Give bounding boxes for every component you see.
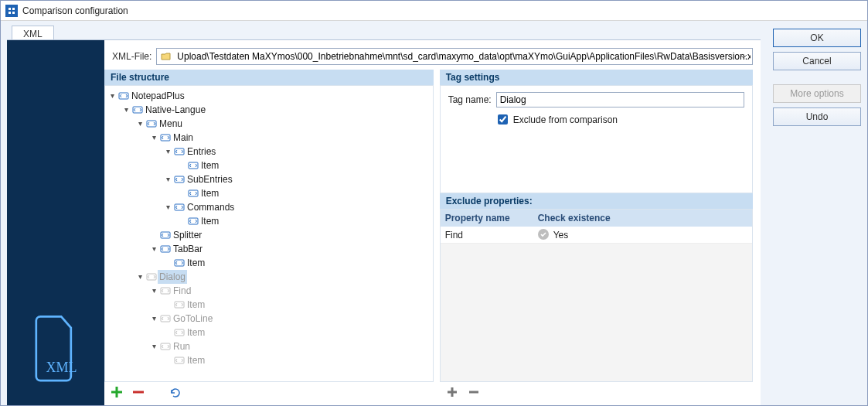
exclude-label: Exclude from comparison (513, 114, 618, 125)
expander-icon[interactable]: ▾ (107, 89, 117, 103)
col-property-name: Property name (441, 210, 533, 227)
tree-node-label: Main (172, 131, 195, 145)
tree-node[interactable]: ▾GoToLine (107, 312, 431, 326)
tree-node-label: Native-Langue (144, 103, 207, 117)
app-icon (5, 5, 18, 17)
remove-property-icon[interactable] (466, 384, 482, 400)
remove-node-icon[interactable] (131, 384, 146, 400)
expander-icon[interactable]: ▾ (148, 131, 159, 145)
svg-rect-2 (9, 12, 11, 14)
tree-node[interactable]: ▾TabBar (107, 242, 431, 256)
tag-icon (159, 341, 172, 352)
tree-node[interactable]: Item (107, 159, 431, 172)
xml-file-path-input[interactable] (175, 50, 752, 63)
tree-node-label: Item (186, 353, 206, 367)
tree-node[interactable]: ▾Commands (107, 200, 431, 214)
expander-icon[interactable]: ▾ (134, 117, 145, 131)
expander-icon[interactable]: ▾ (148, 312, 159, 326)
tree-node[interactable]: Item (107, 256, 431, 270)
content: XML-File: (104, 40, 761, 405)
tag-settings-body: Tag name: Exclude from comparison (440, 85, 753, 193)
tree-node[interactable]: ▾Native-Langue (107, 103, 431, 117)
tree-node-label: Item (199, 159, 220, 172)
add-node-icon[interactable] (109, 384, 124, 400)
window-title: Comparison configuration (22, 5, 128, 16)
exclude-props-title: Exclude properties: (440, 193, 753, 209)
tree-node-label: Item (186, 326, 206, 339)
tree-node[interactable]: Item (107, 298, 431, 312)
two-column: File structure ▾NotepadPlus▾Native-Langu… (104, 70, 761, 405)
tag-icon (187, 188, 199, 199)
tree-node[interactable]: ▾Entries (107, 145, 431, 159)
tree-node[interactable]: ▾Find (107, 284, 431, 298)
ok-button[interactable]: OK (773, 29, 861, 47)
exclude-row-check: Yes (533, 227, 752, 243)
tree-node-label: GoToLine (172, 312, 214, 326)
svg-rect-1 (12, 8, 15, 10)
tree-node[interactable]: Item (107, 326, 431, 339)
tree-node-label: Find (172, 284, 192, 298)
expander-icon[interactable]: ▾ (148, 284, 159, 298)
client-area: XML XML XML-File: (1, 21, 867, 405)
tree-toolbar (104, 382, 434, 402)
sidebar-label: XML (46, 360, 77, 375)
tree-node-label: Item (199, 186, 220, 200)
expander-icon[interactable]: ▾ (121, 103, 131, 117)
tree-node-label: Commands (186, 200, 236, 214)
tree-node-label: Item (199, 214, 220, 228)
tag-icon (159, 132, 172, 143)
tree-node-label: Entries (186, 145, 217, 159)
expander-icon[interactable]: ▾ (162, 145, 173, 159)
dropdown-icon[interactable] (738, 51, 749, 62)
exclude-checkbox-row[interactable]: Exclude from comparison (495, 112, 744, 127)
tree-node[interactable]: ▾Run (107, 339, 431, 353)
tag-icon (145, 118, 158, 129)
xml-file-combo[interactable] (156, 48, 753, 65)
expander-icon[interactable]: ▾ (162, 172, 173, 186)
tag-icon (173, 146, 186, 157)
tree-node[interactable]: ▾Dialog (107, 270, 431, 284)
expander-icon[interactable]: ▾ (134, 270, 145, 284)
tag-icon (117, 90, 130, 101)
window-root: Comparison configuration XML XML XML-Fil… (0, 0, 868, 406)
tree-node[interactable]: ▾Main (107, 131, 431, 145)
tag-icon (187, 216, 199, 227)
tag-icon (187, 160, 199, 171)
tree-node-label: TabBar (172, 242, 204, 256)
tree-node[interactable]: Splitter (107, 228, 431, 242)
tag-icon (145, 271, 158, 282)
button-column: OK Cancel More options Undo (767, 21, 867, 405)
tree-node[interactable]: Item (107, 186, 431, 200)
tree-node-label: Dialog (158, 270, 187, 284)
tag-icon (173, 258, 186, 268)
svg-rect-3 (12, 12, 15, 14)
expander-icon[interactable]: ▾ (148, 339, 159, 353)
file-structure-panel: File structure ▾NotepadPlus▾Native-Langu… (104, 70, 434, 402)
tagname-input[interactable] (496, 92, 744, 107)
exclude-row[interactable]: Find Yes (441, 227, 752, 244)
expander-icon[interactable]: ▾ (148, 242, 159, 256)
tree-node[interactable]: Item (107, 214, 431, 228)
undo-button[interactable]: Undo (773, 107, 861, 126)
tree-node[interactable]: ▾Menu (107, 117, 431, 131)
exclude-props-body: Property name Check existence Find Yes (440, 209, 753, 382)
exclude-checkbox[interactable] (498, 114, 508, 125)
add-property-icon[interactable] (444, 384, 460, 400)
reload-tree-icon[interactable] (168, 384, 183, 400)
tag-icon (159, 244, 172, 254)
tag-icon (173, 174, 186, 185)
file-structure-title: File structure (104, 70, 434, 85)
cancel-button[interactable]: Cancel (773, 52, 861, 70)
xml-file-label: XML-File: (112, 51, 151, 62)
exclude-row-check-label: Yes (553, 230, 569, 241)
tree-node[interactable]: Item (107, 353, 431, 367)
tree-node-label: Item (186, 298, 206, 312)
more-options-button[interactable]: More options (773, 84, 861, 103)
expander-icon[interactable]: ▾ (162, 200, 173, 214)
tree-node[interactable]: ▾NotepadPlus (107, 89, 431, 103)
tree-scroll[interactable]: ▾NotepadPlus▾Native-Langue▾Menu▾Main▾Ent… (105, 86, 433, 381)
tree-node[interactable]: ▾SubEntries (107, 172, 431, 186)
titlebar: Comparison configuration (1, 1, 867, 21)
tree-node-label: Menu (158, 117, 184, 131)
open-file-icon[interactable] (160, 50, 172, 63)
